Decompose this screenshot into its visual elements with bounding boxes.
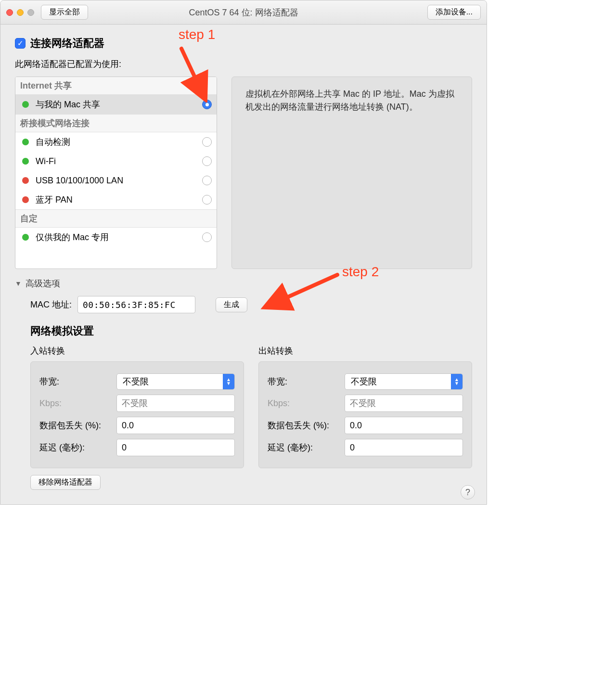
network-list: Internet 共享 与我的 Mac 共享 桥接模式网络连接 自动检测 Wi-… bbox=[15, 77, 217, 269]
radio-icon[interactable] bbox=[202, 195, 212, 205]
minimize-icon[interactable] bbox=[17, 9, 24, 16]
net-usb-lan[interactable]: USB 10/100/1000 LAN bbox=[15, 171, 217, 190]
net-item-label: 自动检测 bbox=[36, 136, 70, 148]
net-item-label: Wi-Fi bbox=[36, 156, 56, 167]
status-dot-icon bbox=[22, 101, 29, 108]
info-panel: 虚拟机在外部网络上共享 Mac 的 IP 地址。Mac 为虚拟机发出的网络流量进… bbox=[231, 77, 472, 269]
section-internet-sharing: Internet 共享 bbox=[15, 77, 217, 95]
radio-icon[interactable] bbox=[202, 176, 212, 185]
radio-icon[interactable] bbox=[202, 232, 212, 242]
section-custom: 自定 bbox=[15, 209, 217, 228]
disclosure-triangle-icon: ▼ bbox=[15, 280, 22, 287]
status-dot-icon bbox=[22, 158, 29, 165]
generate-mac-button[interactable]: 生成 bbox=[216, 297, 247, 312]
kbps-label: Kbps: bbox=[39, 398, 116, 409]
status-dot-icon bbox=[22, 177, 29, 184]
inbound-latency-input[interactable] bbox=[116, 439, 235, 456]
radio-icon[interactable] bbox=[202, 156, 212, 166]
net-item-label: USB 10/100/1000 LAN bbox=[36, 176, 123, 186]
net-wifi[interactable]: Wi-Fi bbox=[15, 152, 217, 171]
vm-settings-window: 显示全部 CentOS 7 64 位: 网络适配器 添加设备... step 1… bbox=[0, 0, 487, 505]
kbps-label: Kbps: bbox=[268, 398, 345, 409]
network-sim-title: 网络模拟设置 bbox=[30, 324, 472, 338]
mac-address-label: MAC 地址: bbox=[30, 299, 72, 310]
inbound-title: 入站转换 bbox=[30, 345, 244, 357]
select-value: 不受限 bbox=[351, 376, 377, 387]
traffic-lights bbox=[6, 9, 34, 16]
net-bluetooth-pan[interactable]: 蓝牙 PAN bbox=[15, 190, 217, 209]
inbound-column: 入站转换 带宽: 不受限 ▲▼ Kbps: bbox=[30, 345, 244, 468]
outbound-column: 出站转换 带宽: 不受限 ▲▼ Kbps: bbox=[258, 345, 472, 468]
connect-adapter-row: ✓ 连接网络适配器 bbox=[15, 36, 472, 51]
inbound-bandwidth-select[interactable]: 不受限 ▲▼ bbox=[116, 373, 235, 390]
inbound-box: 带宽: 不受限 ▲▼ Kbps: 数据包丢失 (%): bbox=[30, 361, 244, 468]
add-device-button[interactable]: 添加设备... bbox=[427, 5, 481, 20]
outbound-title: 出站转换 bbox=[258, 345, 472, 357]
bandwidth-label: 带宽: bbox=[268, 376, 345, 387]
mac-address-row: MAC 地址: 生成 bbox=[30, 296, 472, 313]
advanced-disclosure[interactable]: ▼ 高级选项 bbox=[15, 278, 472, 289]
outbound-bandwidth-select[interactable]: 不受限 ▲▼ bbox=[345, 373, 463, 390]
status-dot-icon bbox=[22, 139, 29, 145]
net-item-label: 蓝牙 PAN bbox=[36, 194, 73, 205]
bandwidth-label: 带宽: bbox=[39, 376, 116, 387]
status-dot-icon bbox=[22, 196, 29, 203]
annotation-step2: step 2 bbox=[342, 264, 379, 280]
chevron-up-down-icon: ▲▼ bbox=[223, 374, 234, 389]
packet-loss-label: 数据包丢失 (%): bbox=[39, 420, 116, 431]
select-value: 不受限 bbox=[123, 376, 149, 387]
outbound-kbps-input[interactable] bbox=[345, 395, 463, 412]
show-all-button[interactable]: 显示全部 bbox=[41, 5, 88, 20]
configured-label: 此网络适配器已配置为使用: bbox=[15, 58, 472, 70]
outbound-latency-input[interactable] bbox=[345, 439, 463, 456]
help-button[interactable]: ? bbox=[461, 485, 475, 500]
outbound-loss-input[interactable] bbox=[345, 417, 463, 434]
chevron-up-down-icon: ▲▼ bbox=[451, 374, 462, 389]
annotation-step1: step 1 bbox=[179, 27, 215, 42]
mac-address-input[interactable] bbox=[77, 296, 195, 313]
close-icon[interactable] bbox=[6, 9, 13, 16]
net-share-with-mac[interactable]: 与我的 Mac 共享 bbox=[15, 95, 217, 114]
connect-adapter-label: 连接网络适配器 bbox=[30, 36, 104, 51]
maximize-icon bbox=[27, 9, 34, 16]
net-item-label: 仅供我的 Mac 专用 bbox=[36, 231, 109, 243]
content-area: step 1 ✓ 连接网络适配器 此网络适配器已配置为使用: Internet … bbox=[0, 25, 487, 504]
titlebar: 显示全部 CentOS 7 64 位: 网络适配器 添加设备... bbox=[0, 0, 487, 25]
section-bridged: 桥接模式网络连接 bbox=[15, 114, 217, 132]
packet-loss-label: 数据包丢失 (%): bbox=[268, 420, 345, 431]
latency-label: 延迟 (毫秒): bbox=[39, 442, 116, 453]
inbound-loss-input[interactable] bbox=[116, 417, 235, 434]
advanced-label: 高级选项 bbox=[26, 278, 60, 289]
net-item-label: 与我的 Mac 共享 bbox=[36, 99, 100, 110]
info-panel-text: 虚拟机在外部网络上共享 Mac 的 IP 地址。Mac 为虚拟机发出的网络流量进… bbox=[245, 89, 454, 112]
radio-selected-icon[interactable] bbox=[202, 100, 212, 109]
latency-label: 延迟 (毫秒): bbox=[268, 442, 345, 453]
connect-adapter-checkbox[interactable]: ✓ bbox=[15, 38, 26, 49]
outbound-box: 带宽: 不受限 ▲▼ Kbps: 数据包丢失 (%): bbox=[258, 361, 472, 468]
status-dot-icon bbox=[22, 234, 29, 241]
net-autodetect[interactable]: 自动检测 bbox=[15, 132, 217, 152]
remove-adapter-button[interactable]: 移除网络适配器 bbox=[30, 475, 101, 490]
net-private-to-mac[interactable]: 仅供我的 Mac 专用 bbox=[15, 228, 217, 247]
radio-icon[interactable] bbox=[202, 137, 212, 147]
inbound-kbps-input[interactable] bbox=[116, 395, 235, 412]
